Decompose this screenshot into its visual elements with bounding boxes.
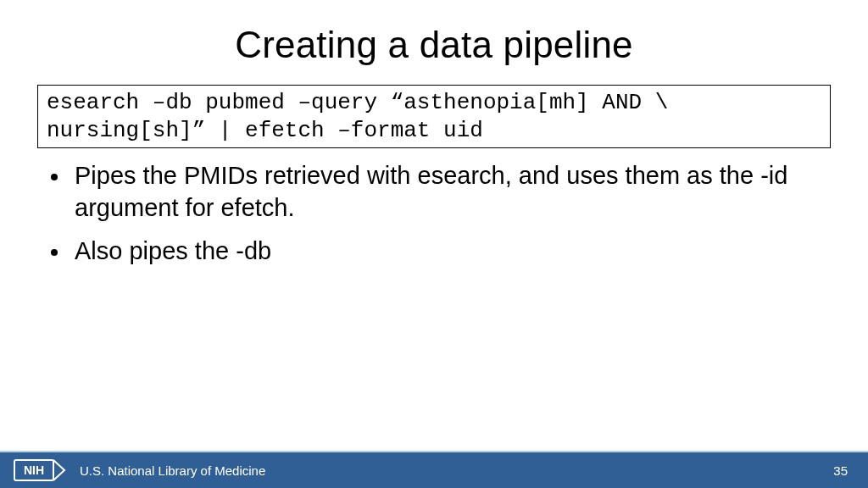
code-line-1: esearch –db pubmed –query “asthenopia[mh… bbox=[47, 90, 668, 115]
slide-footer: NIH U.S. National Library of Medicine 35 bbox=[0, 451, 868, 488]
footer-org-name: U.S. National Library of Medicine bbox=[80, 463, 265, 478]
slide-title: Creating a data pipeline bbox=[0, 0, 868, 66]
code-block: esearch –db pubmed –query “asthenopia[mh… bbox=[37, 85, 831, 148]
footer-left: NIH U.S. National Library of Medicine bbox=[14, 459, 265, 481]
bullet-list: Pipes the PMIDs retrieved with esearch, … bbox=[51, 160, 817, 268]
bullet-icon bbox=[51, 249, 58, 256]
bullet-icon bbox=[51, 174, 58, 180]
svg-text:NIH: NIH bbox=[24, 463, 44, 477]
bullet-text: Also pipes the -db bbox=[75, 236, 271, 268]
list-item: Also pipes the -db bbox=[51, 236, 817, 268]
list-item: Pipes the PMIDs retrieved with esearch, … bbox=[51, 160, 817, 224]
slide: Creating a data pipeline esearch –db pub… bbox=[0, 0, 868, 488]
bullet-text: Pipes the PMIDs retrieved with esearch, … bbox=[75, 160, 817, 224]
nih-logo-icon: NIH bbox=[14, 459, 73, 481]
page-number: 35 bbox=[833, 463, 848, 478]
code-line-2: nursing[sh]” | efetch –format uid bbox=[47, 118, 483, 143]
